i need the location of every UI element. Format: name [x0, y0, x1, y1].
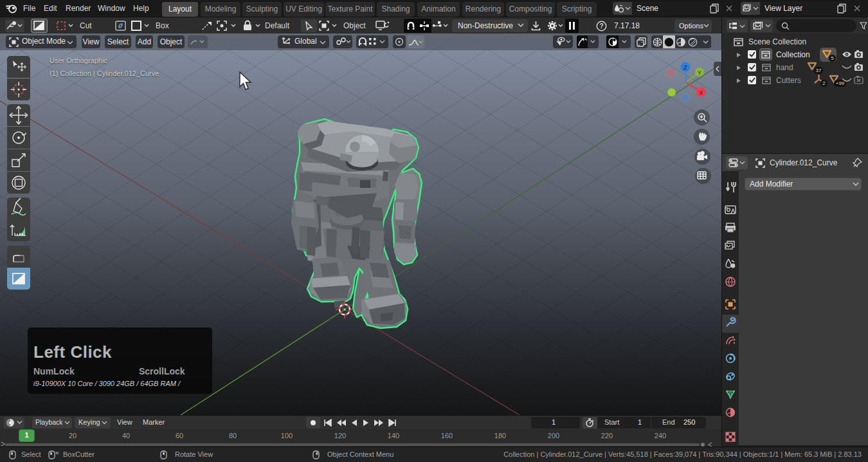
svg-text:?: ?	[599, 23, 603, 30]
svg-text:Y: Y	[698, 69, 702, 76]
svg-text:Z: Z	[683, 64, 687, 71]
svg-text:X: X	[699, 89, 703, 96]
